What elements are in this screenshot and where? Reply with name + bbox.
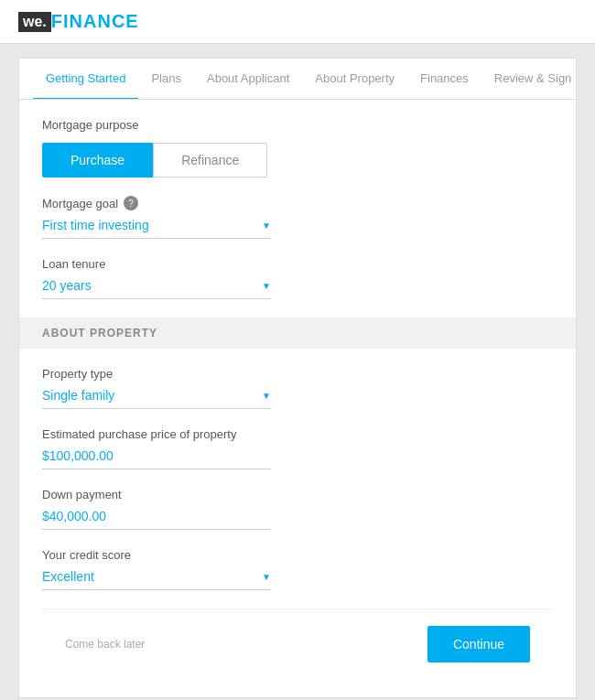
tab-about-property[interactable]: About Property: [302, 59, 407, 100]
tab-plans[interactable]: Plans: [138, 59, 194, 100]
app-header: we.FINANCE: [0, 0, 595, 44]
credit-score-value[interactable]: Excellent ▼: [42, 567, 271, 586]
tab-getting-started[interactable]: Getting Started: [33, 59, 138, 100]
mortgage-goal-help-icon[interactable]: ?: [124, 196, 138, 210]
about-property-section-header: ABOUT PROPERTY: [19, 318, 576, 349]
estimated-price-input[interactable]: $100,000.00: [42, 447, 271, 469]
tab-finances[interactable]: Finances: [407, 59, 481, 100]
mortgage-goal-value[interactable]: First time investing ▼: [42, 216, 271, 234]
tab-review-sign[interactable]: Review & Sign: [481, 59, 576, 100]
mortgage-purpose-field: Mortgage purpose Purchase Refinance: [42, 118, 553, 178]
tab-about-applicant[interactable]: About Applicant: [194, 59, 302, 100]
loan-tenure-field: Loan tenure 20 years ▼: [42, 257, 553, 299]
property-type-value[interactable]: Single family ▼: [42, 386, 271, 404]
estimated-price-field: Estimated purchase price of property $10…: [42, 427, 553, 469]
estimated-price-label: Estimated purchase price of property: [42, 427, 553, 441]
credit-score-select[interactable]: Excellent ▼: [42, 567, 271, 590]
mortgage-purpose-toggle: Purchase Refinance: [42, 143, 553, 178]
loan-tenure-arrow-icon: ▼: [262, 281, 271, 291]
nav-tabs: Getting Started Plans About Applicant Ab…: [19, 59, 576, 100]
mortgage-goal-field: Mortgage goal ? First time investing ▼: [42, 196, 553, 239]
down-payment-input[interactable]: $40,000.00: [42, 507, 271, 530]
logo-we: we.: [18, 12, 51, 32]
property-type-field: Property type Single family ▼: [42, 367, 553, 409]
mortgage-goal-label: Mortgage goal ?: [42, 196, 553, 210]
come-back-later-link[interactable]: Come back later: [65, 638, 145, 651]
main-form-container: Getting Started Plans About Applicant Ab…: [18, 58, 577, 698]
estimated-price-value: $100,000.00: [42, 447, 271, 465]
property-type-label: Property type: [42, 367, 553, 381]
mortgage-goal-select[interactable]: First time investing ▼: [42, 216, 271, 239]
property-type-select[interactable]: Single family ▼: [42, 386, 271, 409]
property-type-arrow-icon: ▼: [262, 391, 271, 401]
credit-score-field: Your credit score Excellent ▼: [42, 548, 553, 590]
app-logo: we.FINANCE: [18, 11, 139, 32]
refinance-button[interactable]: Refinance: [153, 143, 267, 178]
mortgage-purpose-label: Mortgage purpose: [42, 118, 553, 132]
mortgage-goal-arrow-icon: ▼: [262, 221, 271, 231]
form-content: Mortgage purpose Purchase Refinance Mort…: [19, 100, 576, 697]
down-payment-field: Down payment $40,000.00: [42, 488, 553, 530]
down-payment-value: $40,000.00: [42, 507, 271, 525]
credit-score-label: Your credit score: [42, 548, 553, 562]
purchase-button[interactable]: Purchase: [42, 143, 153, 178]
continue-button[interactable]: Continue: [427, 626, 530, 662]
credit-score-arrow-icon: ▼: [262, 572, 271, 582]
loan-tenure-label: Loan tenure: [42, 257, 553, 271]
loan-tenure-value[interactable]: 20 years ▼: [42, 276, 271, 295]
down-payment-label: Down payment: [42, 488, 553, 501]
form-footer: Come back later Continue: [42, 608, 553, 679]
loan-tenure-select[interactable]: 20 years ▼: [42, 276, 271, 299]
logo-finance: FINANCE: [51, 11, 139, 32]
